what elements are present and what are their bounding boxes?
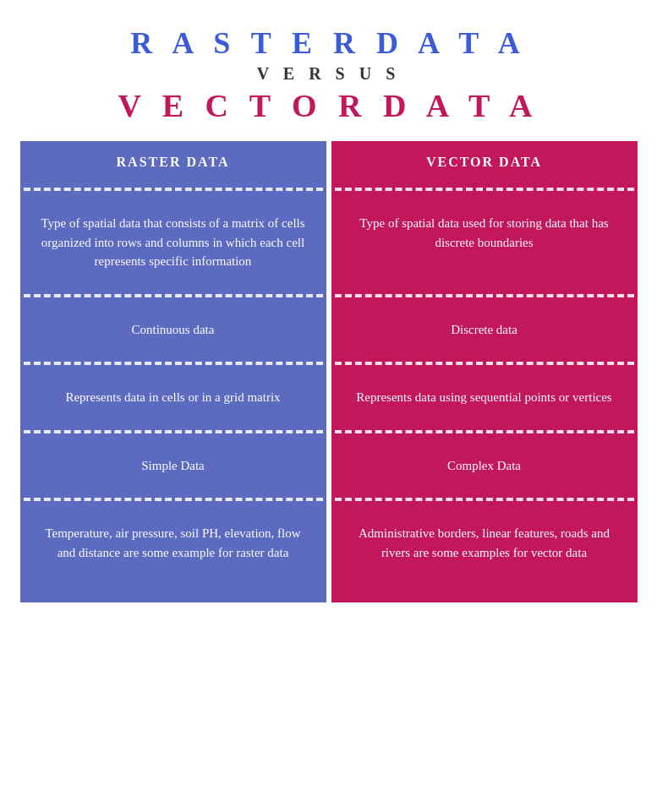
data-row-1: Type of spatial data that consists of a … — [20, 195, 638, 290]
vector-cell-4: Complex Data — [331, 438, 638, 494]
raster-dash-2 — [20, 290, 326, 302]
separator-5 — [20, 493, 638, 505]
raster-cell-3: Represents data in cells or in a grid ma… — [20, 369, 326, 426]
data-row-4: Simple Data Complex Data — [20, 438, 638, 494]
raster-dash-3 — [20, 357, 326, 369]
column-header-row: RASTER DATA VECTOR DATA — [20, 141, 638, 183]
vector-cell-5: Administrative borders, linear features,… — [331, 505, 638, 602]
title-raster: R A S T E R D A T A — [118, 25, 539, 61]
data-row-3: Represents data in cells or in a grid ma… — [20, 369, 638, 426]
vector-dash-2 — [331, 290, 638, 302]
raster-dash-1 — [20, 183, 326, 195]
title-vector: V E C T O R D A T A — [118, 87, 539, 124]
vector-dash-4 — [331, 426, 638, 438]
separator-1 — [20, 183, 638, 195]
raster-cell-2: Continuous data — [20, 302, 326, 358]
vector-dash-1 — [331, 183, 638, 195]
vector-column-header: VECTOR DATA — [331, 141, 638, 183]
vector-cell-2: Discrete data — [331, 302, 638, 358]
raster-cell-5: Temperature, air pressure, soil PH, elev… — [20, 505, 326, 602]
data-row-5: Temperature, air pressure, soil PH, elev… — [20, 505, 638, 602]
visit-text: Visit www.PEDIAA.com — [348, 562, 621, 584]
title-versus: V E R S U S — [118, 64, 539, 84]
data-row-2: Continuous data Discrete data — [20, 302, 638, 358]
vector-cell-1: Type of spatial data used for storing da… — [331, 195, 638, 290]
separator-2 — [20, 290, 638, 302]
raster-dash-4 — [20, 426, 326, 438]
vector-dash-3 — [331, 357, 638, 369]
separator-4 — [20, 426, 638, 438]
page-header: R A S T E R D A T A V E R S U S V E C T … — [118, 25, 539, 124]
vector-cell-3: Represents data using sequential points … — [331, 369, 638, 426]
raster-cell-1: Type of spatial data that consists of a … — [20, 195, 326, 290]
vector-cell-5-text: Administrative borders, linear features,… — [359, 526, 610, 559]
comparison-table: RASTER DATA VECTOR DATA Type of spatial … — [20, 141, 638, 602]
separator-3 — [20, 357, 638, 369]
raster-dash-5 — [20, 493, 326, 505]
raster-cell-4: Simple Data — [20, 438, 326, 494]
raster-column-header: RASTER DATA — [20, 141, 326, 183]
vector-dash-5 — [331, 493, 638, 505]
